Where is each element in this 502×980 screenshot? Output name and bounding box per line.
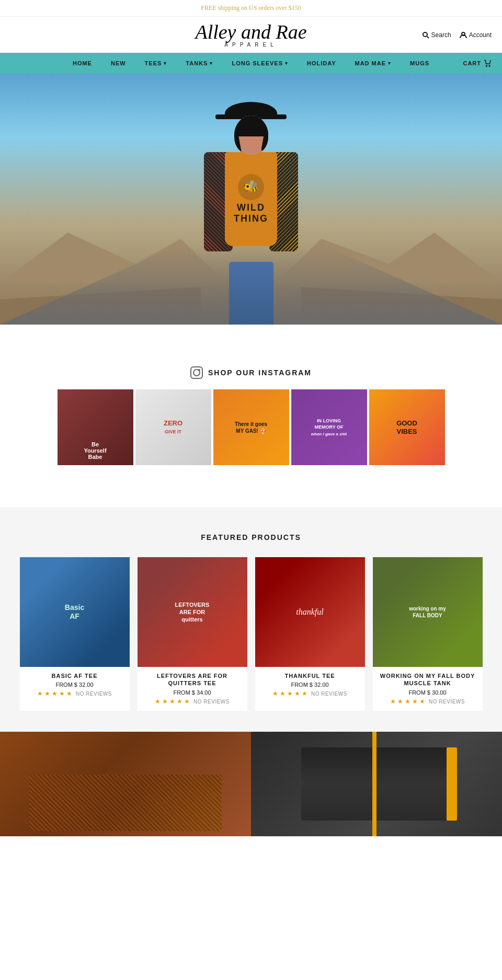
product-image-3: thankful: [255, 557, 365, 667]
nav-bar: HOME NEW TEES TANKS LONG SLEEVES HOLIDAY…: [0, 53, 502, 74]
product-card-3[interactable]: thankful THANKFUL TEE FROM $ 32.00 ★ ★ ★…: [255, 557, 365, 711]
banner-text: FREE shipping on US orders over $150: [201, 4, 301, 11]
account-button[interactable]: Account: [460, 31, 492, 39]
instagram-item-3[interactable]: There it goesMY GAS! 🍄: [213, 389, 289, 465]
cart-label: Cart: [463, 60, 481, 66]
logo[interactable]: Alley and Rae APPAREL: [94, 22, 408, 48]
nav-long-sleeves[interactable]: LONG SLEEVES: [222, 53, 298, 74]
product-card-2[interactable]: LEFTOVERSARE FORquitters LEFTOVERS ARE F…: [138, 557, 247, 711]
product-image-1: BasicAF: [20, 557, 130, 667]
product-card-4[interactable]: working on myFALL BODY WORKING ON MY FAL…: [373, 557, 483, 711]
head: [234, 116, 268, 155]
nav-holiday[interactable]: HOLIDAY: [298, 53, 346, 74]
search-button[interactable]: Search: [422, 31, 451, 39]
header: Alley and Rae APPAREL Search Account: [0, 17, 502, 53]
shirt-graphic: 🐝: [238, 174, 264, 200]
hat: [225, 102, 277, 117]
header-actions: Search Account: [408, 31, 492, 39]
product-name-3: THANKFUL TEE: [260, 672, 360, 679]
product-price-3: FROM $ 32.00: [260, 682, 360, 688]
product-stars-2: ★ ★ ★ ★ ★ NO REVIEWS: [143, 698, 242, 706]
top-banner: FREE shipping on US orders over $150: [0, 0, 502, 17]
spacer-2: [0, 476, 502, 507]
search-icon: [422, 31, 429, 39]
shirt-text-wild: WILD: [237, 202, 265, 213]
product-name-4: WORKING ON MY FALL BODY MUSCLE TANK: [378, 672, 477, 687]
product-info-2: LEFTOVERS ARE FOR QUITTERS TEE FROM $ 34…: [138, 667, 247, 711]
product-image-2: LEFTOVERSARE FORquitters: [138, 557, 247, 667]
product-stars-4: ★ ★ ★ ★ ★ NO REVIEWS: [378, 698, 477, 706]
product-name-1: BASIC AF TEE: [25, 672, 124, 679]
product-image-4: working on myFALL BODY: [373, 557, 483, 667]
search-label: Search: [431, 31, 451, 39]
account-icon: [460, 31, 467, 39]
product-info-1: BASIC AF TEE FROM $ 32.00 ★ ★ ★ ★ ★ NO R…: [20, 667, 130, 703]
nav-mugs[interactable]: MUGS: [401, 53, 439, 74]
instagram-item-2[interactable]: ZEROGIVE IT: [135, 389, 211, 465]
instagram-section: SHOP OUR INSTAGRAM BeYourselfBabe ZEROGI…: [0, 345, 502, 476]
logo-sub: APPAREL: [94, 42, 408, 48]
nav-tanks[interactable]: TANKS: [176, 53, 222, 74]
featured-title: FEATURED PRODUCTS: [10, 533, 492, 541]
account-label: Account: [469, 31, 492, 39]
bottom-preview: [0, 732, 502, 836]
nav-new[interactable]: NEW: [101, 53, 135, 74]
shirt-text-thing: THING: [234, 213, 268, 224]
product-info-3: THANKFUL TEE FROM $ 32.00 ★ ★ ★ ★ ★ NO R…: [255, 667, 365, 703]
body-wrapper: 🐝 WILD THING: [199, 152, 303, 267]
bottom-left-image: [0, 732, 251, 836]
instagram-title: SHOP OUR INSTAGRAM: [208, 368, 312, 377]
nav-mad-mae[interactable]: MAD MAE: [346, 53, 401, 74]
instagram-item-4[interactable]: IN LOVINGMEMORY OFwhen i gave a shit: [291, 389, 367, 465]
svg-point-3: [486, 65, 487, 66]
nav-home[interactable]: HOME: [63, 53, 101, 74]
bottom-accent-line: [372, 732, 376, 836]
cart-button[interactable]: Cart: [463, 59, 492, 67]
instagram-item-5[interactable]: GOODVIBES: [369, 389, 445, 465]
instagram-item-1[interactable]: BeYourselfBabe: [58, 389, 133, 465]
product-price-2: FROM $ 34.00: [143, 689, 242, 696]
product-stars-1: ★ ★ ★ ★ ★ NO REVIEWS: [25, 690, 124, 698]
product-name-2: LEFTOVERS ARE FOR QUITTERS TEE: [143, 672, 242, 687]
featured-section: FEATURED PRODUCTS BasicAF BASIC AF TEE F…: [0, 507, 502, 732]
cart-icon: [483, 59, 492, 67]
spacer-1: [0, 325, 502, 345]
product-price-1: FROM $ 32.00: [25, 682, 124, 688]
product-stars-3: ★ ★ ★ ★ ★ NO REVIEWS: [260, 690, 360, 698]
svg-line-1: [427, 36, 429, 38]
nav-tees[interactable]: TEES: [135, 53, 177, 74]
hero-section: 🐝 WILD THING: [0, 74, 502, 325]
product-price-4: FROM $ 30.00: [378, 689, 477, 696]
instagram-header: SHOP OUR INSTAGRAM: [10, 366, 492, 379]
instagram-icon: [190, 366, 203, 379]
svg-point-4: [489, 65, 490, 66]
instagram-grid: BeYourselfBabe ZEROGIVE IT There it goes…: [10, 389, 492, 465]
product-info-4: WORKING ON MY FALL BODY MUSCLE TANK FROM…: [373, 667, 483, 711]
products-grid: BasicAF BASIC AF TEE FROM $ 32.00 ★ ★ ★ …: [10, 557, 492, 711]
svg-point-0: [423, 32, 427, 37]
bottom-right-image: [251, 732, 502, 836]
logo-script: Alley and Rae: [94, 22, 408, 42]
product-card-1[interactable]: BasicAF BASIC AF TEE FROM $ 32.00 ★ ★ ★ …: [20, 557, 130, 711]
legs: [229, 262, 273, 325]
